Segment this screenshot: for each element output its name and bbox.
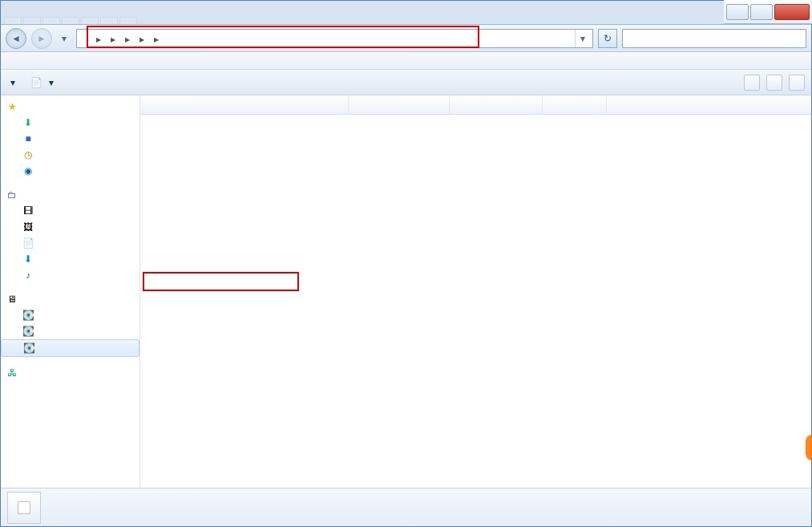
col-size[interactable] bbox=[543, 95, 607, 114]
sidebar-item-xunlei[interactable]: ⬇ bbox=[1, 251, 139, 267]
tab[interactable] bbox=[119, 17, 137, 24]
sidebar-item-pictures[interactable]: 🖼 bbox=[1, 219, 139, 235]
star-icon: ★ bbox=[6, 100, 18, 113]
chevron-right-icon[interactable] bbox=[122, 33, 133, 44]
address-row: ◄ ► ▾ ▾ ↻ bbox=[1, 25, 811, 52]
drive-icon: 💽 bbox=[22, 342, 35, 355]
address-bar[interactable]: ▾ bbox=[76, 29, 593, 48]
sidebar-item-downloads[interactable]: ⬇ bbox=[1, 115, 139, 131]
preview-pane-button[interactable] bbox=[766, 75, 782, 91]
picture-icon: 🖼 bbox=[22, 221, 34, 233]
browser-tabstrip bbox=[1, 1, 811, 25]
sidebar-item-videos[interactable]: 🎞 bbox=[1, 203, 139, 219]
toolbar: ▾ 📄 ▾ bbox=[1, 70, 811, 95]
sidebar-libraries[interactable]: 🗀 bbox=[1, 187, 139, 203]
open-icon: 📄 bbox=[30, 76, 42, 89]
video-icon: 🎞 bbox=[22, 205, 34, 217]
sidebar-favorites[interactable]: ★ bbox=[1, 99, 139, 115]
maximize-button[interactable] bbox=[750, 4, 773, 20]
sidebar-item-recent[interactable]: ◷ bbox=[1, 147, 139, 163]
sidebar-item-documents[interactable]: 📄 bbox=[1, 235, 139, 251]
close-button[interactable] bbox=[774, 4, 810, 20]
col-name[interactable] bbox=[140, 95, 349, 114]
file-thumbnail bbox=[7, 492, 41, 524]
tab[interactable] bbox=[42, 17, 60, 24]
drive-icon: 💽 bbox=[22, 309, 34, 322]
chevron-right-icon[interactable] bbox=[107, 33, 119, 44]
refresh-button[interactable]: ↻ bbox=[598, 29, 617, 48]
view-mode-button[interactable] bbox=[744, 75, 760, 91]
tab[interactable] bbox=[81, 17, 99, 24]
forward-button[interactable]: ► bbox=[31, 28, 52, 49]
open-button[interactable]: 📄 ▾ bbox=[30, 76, 54, 89]
recent-icon: ◷ bbox=[22, 148, 34, 161]
xunlei-icon: ⬇ bbox=[22, 253, 34, 266]
chevron-right-icon[interactable] bbox=[136, 33, 147, 44]
sidebar-item-drive-c[interactable]: 💽 bbox=[1, 307, 139, 323]
desktop-icon: ■ bbox=[22, 132, 34, 145]
computer-icon: 🖥 bbox=[6, 293, 18, 306]
sidebar-network[interactable]: 🖧 bbox=[1, 365, 139, 381]
menu-bar bbox=[1, 52, 811, 70]
history-dropdown[interactable]: ▾ bbox=[57, 30, 71, 47]
organize-button[interactable]: ▾ bbox=[7, 77, 15, 88]
col-date[interactable] bbox=[349, 95, 450, 114]
tab[interactable] bbox=[4, 17, 22, 24]
tab[interactable] bbox=[100, 17, 118, 24]
sidebar-item-desktop[interactable]: ■ bbox=[1, 131, 139, 147]
download-icon: ⬇ bbox=[22, 116, 34, 129]
sidebar-computer[interactable]: 🖥 bbox=[1, 291, 139, 307]
back-button[interactable]: ◄ bbox=[6, 28, 26, 49]
side-widget-icon[interactable] bbox=[806, 435, 812, 460]
drive-icon: 💽 bbox=[22, 325, 34, 338]
library-icon: 🗀 bbox=[6, 189, 18, 201]
document-icon: 📄 bbox=[22, 237, 34, 249]
window-controls bbox=[724, 0, 812, 24]
sidebar-item-drive-e[interactable]: 💽 bbox=[1, 339, 139, 357]
address-dropdown[interactable]: ▾ bbox=[575, 30, 589, 47]
sidebar-item-epdm[interactable]: ◉ bbox=[1, 163, 139, 179]
minimize-button[interactable] bbox=[726, 4, 749, 20]
chevron-right-icon[interactable] bbox=[151, 33, 162, 44]
search-input[interactable] bbox=[622, 29, 806, 48]
details-pane bbox=[1, 488, 811, 526]
file-rows[interactable] bbox=[140, 115, 811, 488]
file-list-pane bbox=[140, 95, 811, 488]
tab[interactable] bbox=[62, 17, 79, 24]
epdm-icon: ◉ bbox=[22, 164, 34, 177]
help-button[interactable] bbox=[789, 75, 805, 91]
sidebar-item-music[interactable]: ♪ bbox=[1, 267, 139, 283]
folder-icon bbox=[80, 32, 93, 45]
column-headers bbox=[140, 95, 811, 115]
sidebar-item-drive-d[interactable]: 💽 bbox=[1, 323, 139, 339]
tab[interactable] bbox=[23, 17, 41, 24]
col-type[interactable] bbox=[450, 95, 543, 114]
navigation-sidebar: ★ ⬇ ■ ◷ ◉ 🗀 🎞 🖼 📄 ⬇ ♪ 🖥 💽 💽 💽 🖧 bbox=[1, 95, 140, 488]
network-icon: 🖧 bbox=[6, 367, 18, 379]
music-icon: ♪ bbox=[22, 269, 34, 282]
chevron-right-icon[interactable] bbox=[93, 33, 104, 44]
